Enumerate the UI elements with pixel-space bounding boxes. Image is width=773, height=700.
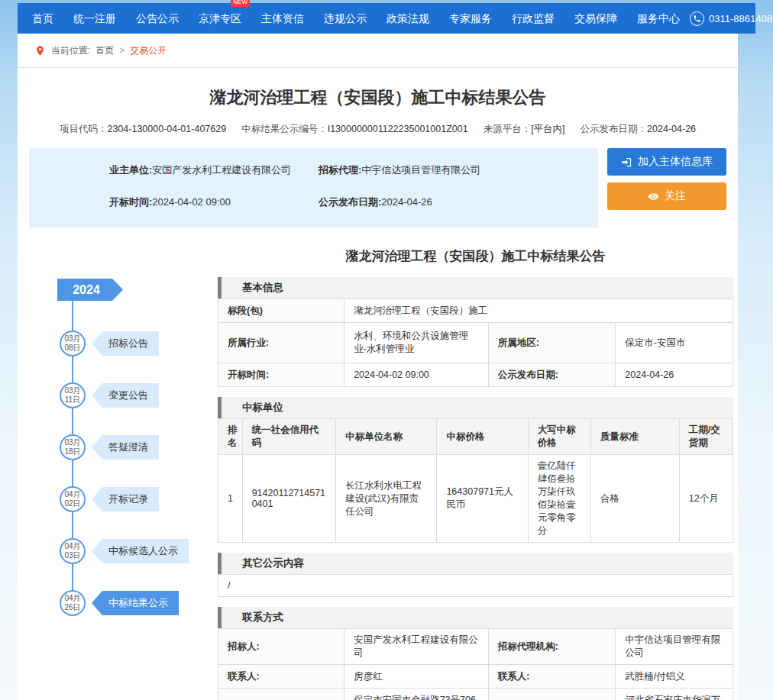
nav-item-subject-credit[interactable]: 主体资信	[251, 3, 314, 34]
process-timeline: 2024 03月08日 招标公告 03月11日 变更公告 03月18日 答疑澄清	[18, 247, 218, 700]
breadcrumb-separator: >	[119, 45, 125, 56]
duration-cell: 12个月	[679, 455, 733, 543]
summary-box: 业主单位:安国产发水利工程建设有限公司 招标代理:中宇信达项目管理有限公司 开标…	[29, 148, 598, 227]
table-row: 地址: 保定市安国市金融路73号706室 地址: 河北省石家庄市华润万象城A座3…	[218, 689, 733, 700]
col-header: 中标单位名称	[336, 419, 437, 455]
nav-item-supervision[interactable]: 行政监督	[502, 3, 564, 34]
join-subject-db-button[interactable]: 加入主体信息库	[607, 148, 726, 176]
phone-icon	[690, 11, 704, 26]
row-label: 招标代理机构:	[488, 629, 615, 665]
breadcrumb-home[interactable]: 首页	[95, 44, 114, 57]
row-label: 公示发布日期:	[488, 363, 615, 387]
timeline-date-badge: 04月26日	[60, 590, 86, 616]
nav-item-trade-guarantee[interactable]: 交易保障	[564, 3, 627, 34]
other-content-heading: 其它公示内容	[218, 553, 733, 574]
timeline-date-badge: 03月18日	[60, 434, 86, 460]
row-label: 联系人:	[218, 665, 344, 689]
timeline-date-badge: 03月11日	[60, 382, 86, 408]
table-row: /	[218, 575, 733, 597]
col-header: 工期/交货期	[679, 419, 733, 455]
timeline-tag[interactable]: 答疑澄清	[92, 435, 159, 460]
table-row: 开标时间: 2024-04-02 09:00 公示发布日期: 2024-04-2…	[218, 363, 733, 387]
col-header: 中标价格	[437, 419, 528, 455]
hotline: 0311-88614089/176/169	[690, 11, 773, 26]
eye-icon	[648, 191, 659, 202]
source-platform: 来源平台：[平台内]	[484, 123, 565, 136]
bid-opening-time: 开标时间:2024-04-02 09:00	[109, 195, 319, 209]
table-row: 标段(包) 潴龙河治理工程（安国段）施工	[218, 299, 733, 323]
row-value: 保定市-安国市	[616, 323, 733, 363]
sign-in-icon	[621, 156, 632, 168]
article-title: 潴龙河治理工程（安国段）施工中标结果公告	[218, 247, 733, 265]
timeline-tag[interactable]: 开标记录	[92, 487, 159, 511]
table-row: 联系人: 房彦红 联系人: 武胜楠/付锠义	[218, 665, 733, 689]
col-header: 排名	[218, 419, 243, 455]
timeline-tag[interactable]: 变更公告	[92, 383, 159, 408]
row-label: 联系人:	[488, 665, 615, 689]
nav-item-home[interactable]: 首页	[22, 3, 63, 34]
breadcrumb: 当前位置: 首页 > 交易公开	[18, 34, 738, 68]
basic-info-heading: 基本信息	[218, 277, 733, 298]
winner-section: 中标单位 排名 统一社会信用代码 中标单位名称 中标价格 大写中标价格 质量标准…	[218, 397, 733, 543]
timeline-date-badge: 04月02日	[60, 486, 86, 512]
timeline-year-flag: 2024	[57, 279, 123, 301]
page-background: 首页 统一注册 公告公示 京津专区 NEW 主体资信 违规公示 政策法规 专家服…	[0, 0, 773, 700]
top-nav: 首页 统一注册 公告公示 京津专区 NEW 主体资信 违规公示 政策法规 专家服…	[18, 3, 755, 34]
other-content-value: /	[218, 575, 733, 597]
bid-price-cell: 164307971元人民币	[437, 455, 528, 543]
row-label: 所属行业:	[218, 323, 344, 363]
project-code: 项目代码：2304-130000-04-01-407629	[60, 123, 226, 136]
table-row: 招标人: 安国产发水利工程建设有限公司 招标代理机构: 中宇信达项目管理有限公司	[218, 629, 733, 665]
basic-info-table: 标段(包) 潴龙河治理工程（安国段）施工 所属行业: 水利、环境和公共设施管理业…	[218, 298, 733, 387]
nav-item-jingjin-zone[interactable]: 京津专区 NEW	[189, 3, 251, 34]
rank-cell: 1	[218, 455, 243, 543]
owner-unit: 业主单位:安国产发水利工程建设有限公司	[109, 163, 319, 177]
winner-heading: 中标单位	[218, 397, 733, 418]
timeline-item-bid-opening-record: 04月02日 开标记录	[60, 486, 159, 512]
timeline-date-badge: 04月03日	[60, 538, 86, 564]
row-value: 房彦红	[344, 665, 489, 689]
row-value: 2024-04-26	[616, 363, 733, 387]
row-label: 标段(包)	[218, 299, 344, 323]
other-content-section: 其它公示内容 /	[218, 553, 733, 597]
timeline-item-candidate-publicity: 04月03日 中标候选人公示	[60, 538, 189, 564]
table-row: 1 914201127145710401 长江水利水电工程建设(武汉)有限责任公…	[218, 455, 733, 543]
basic-info-section: 基本信息 标段(包) 潴龙河治理工程（安国段）施工 所属行业: 水利、环境和公共…	[218, 277, 733, 387]
nav-item-policies[interactable]: 政策法规	[377, 3, 439, 34]
row-value: 2024-04-02 09:00	[344, 363, 489, 387]
row-value: 潴龙河治理工程（安国段）施工	[344, 299, 733, 323]
project-meta: 项目代码：2304-130000-04-01-407629 中标结果公示编号：I…	[18, 123, 738, 136]
quality-standard-cell: 合格	[590, 455, 679, 543]
publish-date: 公示发布日期：2024-04-26	[581, 123, 696, 136]
follow-button[interactable]: 关注	[607, 182, 726, 210]
nav-item-service-center[interactable]: 服务中心	[627, 3, 690, 34]
col-header: 质量标准	[590, 419, 679, 455]
timeline-tag[interactable]: 中标结果公示	[92, 591, 179, 615]
row-label: 所属地区:	[488, 323, 615, 363]
row-label: 地址:	[218, 689, 344, 700]
row-value: 河北省石家庄市华润万象城A座30层3007	[616, 689, 733, 700]
timeline-item-clarification: 03月18日 答疑澄清	[60, 434, 159, 460]
timeline-tag[interactable]: 中标候选人公示	[92, 539, 189, 563]
nav-item-label: 京津专区	[199, 12, 241, 24]
nav-item-expert-services[interactable]: 专家服务	[439, 3, 502, 34]
result-notice-number: 中标结果公示编号：I1300000001122235001001Z001	[241, 123, 467, 136]
bid-price-caps-cell: 壹亿陆仟肆佰叁拾万柒仟玖佰柒拾壹元零角零分	[528, 455, 590, 543]
row-value: 保定市安国市金融路73号706室	[344, 689, 489, 700]
nav-item-announcements[interactable]: 公告公示	[126, 3, 189, 34]
table-header-row: 排名 统一社会信用代码 中标单位名称 中标价格 大写中标价格 质量标准 工期/交…	[218, 419, 733, 455]
nav-item-register[interactable]: 统一注册	[63, 3, 126, 34]
contact-table: 招标人: 安国产发水利工程建设有限公司 招标代理机构: 中宇信达项目管理有限公司…	[218, 628, 733, 700]
other-content-table: /	[218, 574, 733, 597]
bidding-agency: 招标代理:中宇信达项目管理有限公司	[319, 163, 590, 177]
breadcrumb-current[interactable]: 交易公开	[130, 44, 167, 57]
timeline-tag[interactable]: 招标公告	[92, 331, 159, 356]
winner-table: 排名 统一社会信用代码 中标单位名称 中标价格 大写中标价格 质量标准 工期/交…	[218, 418, 733, 543]
winner-name-cell: 长江水利水电工程建设(武汉)有限责任公司	[336, 455, 437, 543]
nav-item-violations[interactable]: 违规公示	[314, 3, 377, 34]
row-value: 水利、环境和公共设施管理业-水利管理业	[344, 323, 489, 363]
row-label: 地址:	[488, 689, 615, 700]
timeline-item-tender-announcement: 03月08日 招标公告	[60, 331, 159, 356]
page-title: 潴龙河治理工程（安国段）施工中标结果公告	[18, 68, 738, 109]
row-label: 开标时间:	[218, 363, 344, 387]
